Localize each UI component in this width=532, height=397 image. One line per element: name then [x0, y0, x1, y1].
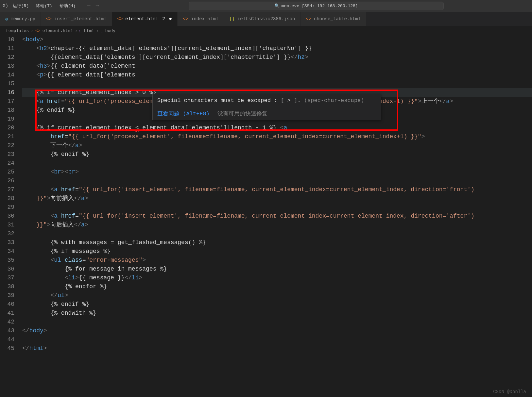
code-line: <br><br>: [22, 168, 532, 176]
search-label: mem-eve [SSH: 192.168.200.128]: [282, 4, 358, 8]
chevron-right-icon: ›: [75, 28, 77, 33]
code-line: [22, 203, 532, 212]
command-center[interactable]: 🔍 mem-eve [SSH: 192.168.200.128]: [189, 2, 444, 10]
code-line: href="{{ url_for('process_element', file…: [22, 132, 532, 141]
chevron-right-icon: ›: [31, 28, 33, 33]
code-line: {% endif %}: [22, 150, 532, 159]
tab-insert-element[interactable]: <> insert_element.html: [41, 12, 112, 26]
no-quick-fix-label: 没有可用的快速修复: [217, 110, 267, 117]
chevron-right-icon: ›: [96, 28, 99, 33]
tab-ielts-json[interactable]: {} ieltsClassic2386.json: [224, 12, 300, 26]
code-line: {{element_data['elements'][current_eleme…: [22, 53, 532, 62]
code-line: [22, 159, 532, 168]
tab-choose-table[interactable]: <> choose_table.html: [300, 12, 366, 26]
menu-help[interactable]: 帮助(H): [57, 2, 78, 10]
code-line: {% if messages %}: [22, 247, 532, 256]
code-line: {% endif %}: [22, 300, 532, 309]
html-file-icon: <>: [35, 28, 41, 33]
breadcrumb-symbol[interactable]: html: [84, 28, 94, 33]
code-line: {% endwith %}: [22, 309, 532, 318]
code-line: {% for message in messages %}: [22, 265, 532, 273]
code-line: {% with messages = get_flashed_messages(…: [22, 238, 532, 247]
code-line: {% if current_element_index < element_da…: [22, 124, 532, 132]
html-file-icon: <>: [46, 16, 52, 22]
tab-bar: ⚙ memory.py <> insert_element.html <> el…: [0, 12, 532, 26]
code-line: <a href="{{ url_for('insert_element', fi…: [22, 212, 532, 221]
code-area[interactable]: <body> <h2>chapter-{{ element_data['elem…: [22, 35, 532, 353]
problem-hover-popup: Special characters must be escaped : [ >…: [152, 94, 381, 120]
breadcrumb-file[interactable]: element.html: [43, 28, 73, 33]
code-line: <li>{{ message }}</li>: [22, 273, 532, 282]
html-file-icon: <>: [117, 16, 123, 22]
html-file-icon: <>: [183, 16, 188, 22]
menu-run[interactable]: 运行(R): [10, 2, 31, 10]
nav-forward-icon[interactable]: →: [94, 2, 101, 9]
code-line: </ul>: [22, 291, 532, 300]
code-line: [22, 79, 532, 88]
line-gutter: 1011121314151617181920212223242526272829…: [0, 35, 22, 353]
code-line: </body>: [22, 326, 532, 335]
breadcrumb[interactable]: templates › <> element.html › ⬚ html › ⬚…: [0, 26, 532, 35]
code-line: <p>{{ element_data['elements: [22, 71, 532, 79]
problem-message: Special characters must be escaped : [ >…: [153, 94, 381, 107]
tab-memory-py[interactable]: ⚙ memory.py: [0, 12, 41, 26]
menubar: G) 运行(R) 终端(T) 帮助(H) ← → 🔍 mem-eve [SSH:…: [0, 0, 532, 12]
editor[interactable]: 1011121314151617181920212223242526272829…: [0, 35, 532, 353]
unsaved-indicator-icon: ●: [169, 16, 172, 22]
code-line: </html>: [22, 344, 532, 353]
code-line: <h2>chapter-{{ element_data['elements'][…: [22, 44, 532, 53]
watermark: CSDN @Donlla: [493, 389, 526, 394]
tab-element-html[interactable]: <> element.html 2 ●: [112, 12, 178, 26]
nav-back-icon[interactable]: ←: [85, 2, 93, 9]
json-file-icon: {}: [229, 16, 235, 22]
menubar-truncated: G): [3, 3, 8, 8]
symbol-icon: ⬚: [101, 28, 103, 33]
code-line: [22, 229, 532, 238]
code-line: [22, 176, 532, 185]
code-line: }}">向后插入</a>: [22, 221, 532, 229]
code-line: <a href="{{ url_for('insert_element', fi…: [22, 185, 532, 194]
search-icon: 🔍: [274, 3, 280, 8]
html-file-icon: <>: [306, 16, 311, 22]
tab-index-html[interactable]: <> index.html: [178, 12, 224, 26]
breadcrumb-folder[interactable]: templates: [6, 28, 29, 33]
code-line: [22, 318, 532, 326]
python-file-icon: ⚙: [5, 16, 8, 22]
code-line: {% endfor %}: [22, 282, 532, 291]
code-line: <body>: [22, 35, 532, 44]
code-line: 下一个</a>: [22, 141, 532, 150]
code-line: <h3>{{ element_data['element: [22, 62, 532, 71]
breadcrumb-symbol[interactable]: body: [105, 28, 115, 33]
tab-problem-count: 2: [162, 16, 165, 22]
code-line: <ul class="error-messages">: [22, 256, 532, 265]
view-problem-link[interactable]: 查看问题 (Alt+F8): [157, 110, 210, 117]
symbol-icon: ⬚: [79, 28, 82, 33]
menu-terminal[interactable]: 终端(T): [33, 2, 55, 10]
code-line: [22, 335, 532, 344]
code-line: }}">向前插入</a>: [22, 194, 532, 203]
